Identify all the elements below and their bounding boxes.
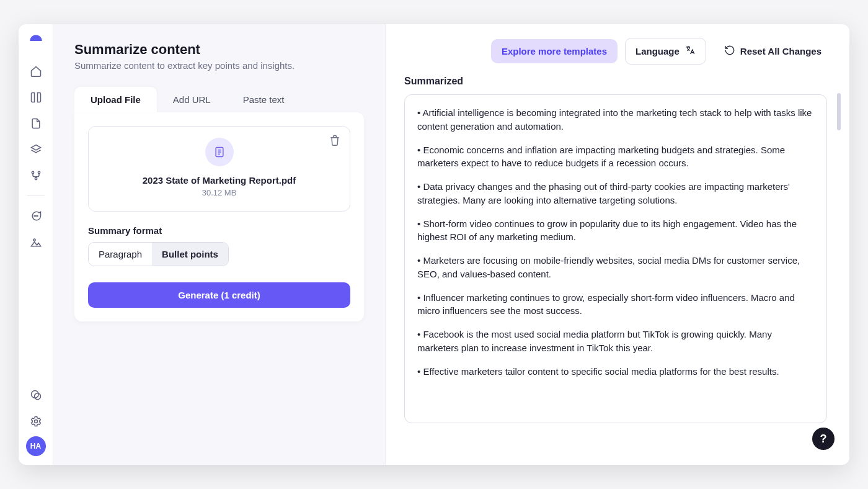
input-card: 2023 State of Marketing Report.pdf 30.12… [74, 112, 364, 321]
svg-point-3 [34, 216, 35, 217]
nav-image[interactable] [25, 231, 47, 253]
svg-point-9 [34, 420, 37, 423]
summary-bullet: • Artificial intelligence is becoming in… [417, 106, 814, 133]
output-area: Summarized • Artificial intelligence is … [386, 70, 849, 465]
nav-chat[interactable] [25, 205, 47, 227]
nav-usage[interactable] [25, 384, 47, 406]
reset-button[interactable]: Reset All Changes [714, 38, 832, 65]
uploaded-file-box: 2023 State of Marketing Report.pdf 30.12… [88, 126, 350, 212]
tab-upload-file[interactable]: Upload File [74, 87, 157, 112]
summary-bullet: • Economic concerns and inflation are im… [417, 143, 814, 171]
app-window: HA Summarize content Summarize content t… [19, 24, 849, 465]
page-subtitle: Summarize content to extract key points … [74, 60, 364, 71]
nav-settings[interactable] [25, 410, 47, 433]
nav-library[interactable] [25, 86, 47, 109]
summary-bullet: • Influencer marketing continues to grow… [417, 291, 814, 318]
language-button[interactable]: Language [625, 38, 706, 65]
delete-file-button[interactable] [329, 134, 341, 146]
svg-point-4 [35, 216, 36, 217]
format-paragraph[interactable]: Paragraph [89, 243, 152, 266]
svg-point-0 [32, 171, 33, 173]
right-panel: Explore more templates Language Reset Al… [386, 24, 849, 465]
explore-templates-label: Explore more templates [502, 46, 607, 56]
tab-paste-text[interactable]: Paste text [227, 87, 301, 112]
language-label: Language [636, 46, 680, 56]
summary-bullet: • Short-form video continues to grow in … [417, 217, 814, 244]
output-box[interactable]: • Artificial intelligence is becoming in… [404, 94, 827, 423]
summary-bullet: • Facebook is the most used social media… [417, 328, 814, 355]
nav-document[interactable] [25, 112, 47, 135]
output-title: Summarized [404, 76, 827, 87]
summary-bullet: • Data privacy changes and the phasing o… [417, 180, 814, 207]
input-tabs: Upload File Add URL Paste text [74, 87, 364, 112]
svg-point-2 [35, 177, 37, 179]
scrollbar-thumb[interactable] [837, 93, 841, 130]
summary-format-segmented: Paragraph Bullet points [88, 242, 229, 266]
translate-icon [684, 45, 696, 58]
file-icon [205, 138, 234, 166]
toolbar: Explore more templates Language Reset Al… [386, 24, 849, 70]
summary-bullet: • Marketers are focusing on mobile-frien… [417, 254, 814, 281]
left-panel: Summarize content Summarize content to e… [53, 24, 386, 465]
generate-button[interactable]: Generate (1 credit) [88, 282, 350, 308]
svg-point-6 [33, 239, 35, 241]
file-size: 30.12 MB [100, 188, 339, 197]
nav-layers[interactable] [25, 138, 47, 161]
sidebar: HA [19, 24, 53, 465]
page-title: Summarize content [74, 42, 364, 58]
svg-point-5 [37, 216, 38, 217]
reset-label: Reset All Changes [740, 46, 822, 56]
summary-format-label: Summary format [88, 225, 350, 236]
file-name: 2023 State of Marketing Report.pdf [100, 175, 339, 186]
help-fab[interactable]: ? [812, 428, 835, 450]
nav-branch[interactable] [25, 164, 47, 187]
format-bullets[interactable]: Bullet points [152, 243, 228, 266]
avatar[interactable]: HA [26, 436, 46, 456]
nav-divider [27, 195, 45, 196]
nav-home[interactable] [25, 60, 47, 83]
explore-templates-button[interactable]: Explore more templates [491, 39, 618, 63]
svg-point-1 [38, 171, 40, 173]
summary-bullet: • Effective marketers tailor content to … [417, 365, 814, 379]
tab-add-url[interactable]: Add URL [157, 87, 227, 112]
logo-icon [28, 33, 44, 49]
reset-icon [724, 45, 735, 58]
